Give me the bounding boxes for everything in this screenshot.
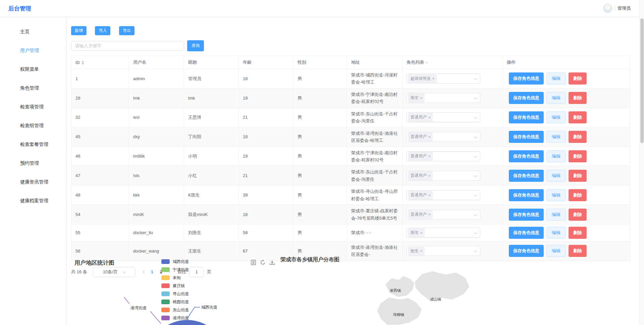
- pie-chart-canvas[interactable]: 港湾街道 城西街道: [101, 285, 241, 325]
- edit-button[interactable]: 编辑: [546, 111, 566, 123]
- edit-button[interactable]: 编辑: [546, 131, 566, 143]
- delete-button[interactable]: 删除: [569, 111, 587, 123]
- close-icon[interactable]: ×: [428, 153, 430, 159]
- sidebar-item-1[interactable]: 用户管理: [0, 41, 66, 60]
- delete-button[interactable]: 删除: [569, 189, 587, 201]
- map-region-buliu[interactable]: [377, 297, 422, 325]
- cell-gender: 男: [293, 147, 347, 166]
- role-select[interactable]: 医生 ×: [407, 228, 480, 238]
- cell-id: 55: [71, 224, 129, 241]
- edit-button[interactable]: 编辑: [546, 92, 566, 104]
- legend-item[interactable]: 宁津街道: [161, 266, 189, 274]
- add-button[interactable]: 新增: [71, 26, 87, 35]
- scrollbar-thumb[interactable]: [640, 18, 644, 143]
- role-select[interactable]: 普通用户 ×: [407, 132, 480, 142]
- sidebar-item-7[interactable]: 预约管理: [0, 154, 66, 172]
- edit-button[interactable]: 编辑: [546, 150, 566, 162]
- legend-item[interactable]: 未知: [161, 274, 189, 282]
- map-region-gangxi[interactable]: [385, 276, 415, 297]
- edit-button[interactable]: 编辑: [546, 227, 566, 239]
- save-role-button[interactable]: 保存角色信息: [509, 170, 544, 182]
- sidebar-item-8[interactable]: 健康资讯管理: [0, 172, 66, 191]
- delete-button[interactable]: 删除: [569, 227, 587, 239]
- avatar[interactable]: [603, 4, 612, 13]
- edit-button[interactable]: 编辑: [546, 72, 566, 85]
- close-icon[interactable]: ×: [428, 211, 430, 217]
- close-icon[interactable]: ×: [428, 173, 430, 179]
- map-region-chengshan[interactable]: [415, 271, 470, 301]
- close-icon[interactable]: ×: [420, 95, 422, 101]
- role-tag: 普通用户 ×: [408, 132, 433, 141]
- cell-roles: 普通用户 ×: [402, 185, 503, 205]
- user-area[interactable]: 管理员: [603, 4, 631, 13]
- close-icon[interactable]: ×: [428, 192, 430, 198]
- sidebar-item-5[interactable]: 检查组管理: [0, 116, 66, 135]
- window-scrollbar[interactable]: [639, 0, 644, 325]
- cell-id: 28: [71, 88, 129, 108]
- save-role-button[interactable]: 保存角色信息: [509, 111, 544, 123]
- save-role-button[interactable]: 保存角色信息: [509, 150, 544, 162]
- col-id[interactable]: ID: [71, 56, 129, 69]
- delete-button[interactable]: 删除: [569, 72, 587, 85]
- import-button[interactable]: 导入: [95, 26, 110, 35]
- role-select[interactable]: 超级管理员 ×: [407, 73, 480, 84]
- export-button[interactable]: 导出: [119, 26, 135, 35]
- sidebar-item-3[interactable]: 角色管理: [0, 78, 66, 97]
- delete-button[interactable]: 删除: [569, 209, 587, 221]
- chevron-down-icon[interactable]: [425, 60, 428, 64]
- role-tag: 普通用户 ×: [408, 191, 433, 200]
- close-icon[interactable]: ×: [420, 230, 422, 236]
- close-icon[interactable]: ×: [420, 248, 422, 254]
- role-select[interactable]: 普通用户 ×: [407, 171, 480, 181]
- map-canvas[interactable]: 港西镇 成山镇 埠柳镇: [366, 268, 480, 325]
- chevron-down-icon: [474, 116, 477, 119]
- data-view-icon[interactable]: [251, 260, 256, 265]
- role-select[interactable]: 普通用户 ×: [407, 151, 480, 161]
- role-select[interactable]: 普通用户 ×: [407, 112, 480, 122]
- close-icon[interactable]: ×: [428, 134, 430, 140]
- save-role-button[interactable]: 保存角色信息: [509, 92, 544, 104]
- save-role-button[interactable]: 保存角色信息: [509, 227, 544, 239]
- charts-section: 用户地区统计图 城西街道 宁津街道 未知 夏庄镇 寻山街道 桃园街道 东山街道 …: [0, 254, 644, 325]
- edit-button[interactable]: 编辑: [546, 189, 566, 201]
- delete-button[interactable]: 删除: [569, 92, 587, 104]
- sidebar-item-4[interactable]: 检查项管理: [0, 97, 66, 116]
- pie-slice-chengxi[interactable]: [148, 320, 227, 325]
- col-roles[interactable]: 角色列表: [402, 56, 503, 69]
- sort-caret-icon[interactable]: [82, 61, 84, 65]
- search-input[interactable]: [71, 41, 184, 51]
- role-select[interactable]: 医生 ×: [407, 93, 480, 103]
- table-row: 46 lm98k 小明 19 男 荣成市-宁津街道-南泊村委会-苑家村02号 普…: [71, 147, 630, 166]
- legend-item[interactable]: 城西街道: [161, 258, 189, 266]
- sidebar-item-label: 检查组管理: [20, 123, 44, 128]
- role-select[interactable]: 普通用户 ×: [407, 190, 480, 200]
- delete-button[interactable]: 删除: [569, 170, 587, 182]
- cell-roles: 普通用户 ×: [402, 205, 503, 224]
- close-icon[interactable]: ×: [432, 75, 434, 82]
- edit-button[interactable]: 编辑: [546, 209, 566, 221]
- map-chart-title: 荣成市各乡镇用户分布图: [280, 256, 339, 263]
- chevron-down-icon: [474, 193, 477, 197]
- delete-button[interactable]: 删除: [569, 131, 587, 143]
- refresh-icon[interactable]: [260, 260, 266, 265]
- sidebar-item-label: 检查项管理: [20, 104, 44, 109]
- sidebar-item-9[interactable]: 健康档案管理: [0, 191, 66, 210]
- col-gender: 性别: [293, 56, 347, 69]
- save-role-button[interactable]: 保存角色信息: [509, 72, 544, 85]
- edit-button[interactable]: 编辑: [546, 170, 566, 182]
- close-icon[interactable]: ×: [428, 114, 430, 120]
- sidebar-item-2[interactable]: 权限菜单: [0, 60, 66, 78]
- sidebar-item-6[interactable]: 检查套餐管理: [0, 135, 66, 154]
- query-button[interactable]: 查询: [187, 40, 204, 51]
- chevron-down-icon: [474, 249, 477, 253]
- cell-gender: 男: [293, 166, 347, 185]
- user-name[interactable]: 管理员: [618, 5, 631, 11]
- delete-button[interactable]: 删除: [569, 150, 587, 162]
- save-role-button[interactable]: 保存角色信息: [509, 209, 544, 221]
- download-icon[interactable]: [269, 260, 275, 265]
- cell-roles: 医生 ×: [402, 88, 503, 108]
- save-role-button[interactable]: 保存角色信息: [509, 189, 544, 201]
- save-role-button[interactable]: 保存角色信息: [509, 131, 544, 143]
- sidebar-item-0[interactable]: 主页: [0, 22, 66, 41]
- role-select[interactable]: 普通用户 ×: [407, 210, 480, 220]
